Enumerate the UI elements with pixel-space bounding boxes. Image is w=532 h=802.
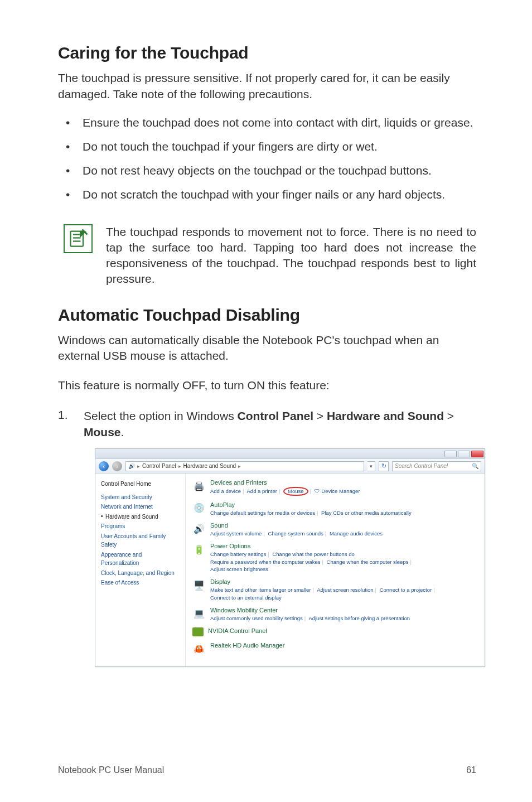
link-add-printer[interactable]: Add a printer [247, 488, 277, 494]
chevron-right-icon: ▸ [137, 463, 140, 469]
speaker-icon: 🔊 [192, 522, 206, 535]
page-number: 61 [466, 765, 476, 775]
category-title[interactable]: Devices and Printers [210, 479, 478, 486]
step-bold: Hardware and Sound [327, 409, 444, 422]
close-button[interactable] [471, 451, 483, 457]
sidebar-item[interactable]: Appearance and Personalization [101, 550, 180, 568]
laptop-icon: 💻 [192, 607, 206, 620]
link[interactable]: Adjust commonly used mobility settings [210, 615, 303, 621]
window-titlebar[interactable] [95, 449, 485, 459]
link[interactable]: Change when the computer sleeps [327, 559, 409, 565]
step-sep: > [313, 409, 327, 422]
category-title[interactable]: Realtek HD Audio Manager [210, 642, 478, 649]
category-mobility: 💻 Windows Mobility Center Adjust commonl… [192, 607, 478, 622]
page-footer: Notebook PC User Manual 61 [58, 765, 476, 775]
chevron-right-icon: ▸ [178, 463, 181, 469]
note-icon [64, 224, 93, 253]
link-add-device[interactable]: Add a device [210, 488, 241, 494]
sidebar-item[interactable]: System and Security [101, 492, 180, 503]
auto-disable-p2: This feature is normally OFF, to turn ON… [58, 378, 476, 394]
bullet-item: Do not rest heavy objects on the touchpa… [58, 163, 476, 179]
search-placeholder: Search Control Panel [395, 463, 448, 469]
sidebar-item[interactable]: Programs [101, 521, 180, 532]
heading-auto-disable: Automatic Touchpad Disabling [58, 306, 476, 325]
sidebar: Control Panel Home System and Security N… [95, 474, 186, 666]
auto-disable-p1: Windows can automatically disable the No… [58, 332, 476, 365]
bullet-item: Do not touch the touchpad if your finger… [58, 139, 476, 155]
note-box: The touchpad responds to movement not to… [64, 224, 476, 287]
step-sep: > [444, 409, 454, 422]
page: Caring for the Touchpad The touchpad is … [0, 0, 532, 802]
battery-icon: 🔋 [192, 543, 206, 556]
category-links: Change default settings for media or dev… [210, 509, 478, 516]
category-nvidia: NVIDIA Control Panel [192, 627, 478, 636]
minimize-button[interactable] [444, 451, 457, 457]
category-title[interactable]: NVIDIA Control Panel [208, 627, 478, 634]
link[interactable]: Change battery settings [210, 551, 266, 557]
link-mouse-highlighted[interactable]: Mouse [283, 487, 308, 495]
bullet-item: Do not scratch the touchpad with your fi… [58, 187, 476, 203]
link[interactable]: Adjust system volume [210, 530, 262, 537]
category-realtek: 🦀 Realtek HD Audio Manager [192, 642, 478, 655]
hardware-icon: 🔊 [128, 463, 135, 469]
category-power: 🔋 Power Options Change battery settings|… [192, 543, 478, 573]
heading-caring: Caring for the Touchpad [58, 44, 476, 62]
category-display: 🖥️ Display Make text and other items lar… [192, 578, 478, 601]
link[interactable]: Change what the power buttons do [272, 551, 354, 557]
chevron-right-icon: ▸ [238, 463, 241, 469]
link[interactable]: Make text and other items larger or smal… [210, 587, 311, 593]
step-bold: Mouse [84, 426, 121, 438]
sidebar-item-current[interactable]: Hardware and Sound [101, 512, 180, 522]
category-links: Adjust commonly used mobility settings| … [210, 615, 478, 622]
breadcrumb[interactable]: Hardware and Sound [183, 463, 236, 469]
step-1: 1. Select the option in Windows Control … [58, 408, 476, 441]
search-input[interactable]: Search Control Panel 🔍 [392, 461, 481, 471]
maximize-button[interactable] [458, 451, 470, 457]
monitor-icon: 🖥️ [192, 578, 206, 592]
nvidia-icon [192, 627, 204, 636]
category-title[interactable]: Power Options [210, 543, 478, 549]
link[interactable]: Change system sounds [268, 530, 323, 537]
address-dropdown[interactable]: ▾ [367, 461, 375, 471]
category-title[interactable]: Windows Mobility Center [210, 607, 478, 613]
link[interactable]: Connect to an external display [210, 595, 282, 601]
category-links: Make text and other items larger or smal… [210, 586, 478, 601]
category-sound: 🔊 Sound Adjust system volume| Change sys… [192, 522, 478, 537]
nav-forward-button[interactable]: › [112, 461, 122, 471]
address-box[interactable]: 🔊 ▸ Control Panel ▸ Hardware and Sound ▸ [125, 461, 364, 471]
sidebar-item[interactable]: Network and Internet [101, 502, 180, 512]
step-number: 1. [58, 408, 70, 441]
control-panel-body: Control Panel Home System and Security N… [95, 474, 485, 666]
link[interactable]: Manage audio devices [330, 530, 383, 537]
realtek-icon: 🦀 [192, 642, 206, 655]
bullet-list: Ensure the touchpad does not come into c… [58, 115, 476, 211]
step-text: Select the option in Windows [84, 409, 237, 422]
category-title[interactable]: Sound [210, 522, 478, 529]
link[interactable]: Require a password when the computer wak… [210, 559, 321, 565]
intro-caring: The touchpad is pressure sensitive. If n… [58, 70, 476, 103]
sidebar-item[interactable]: Ease of Access [101, 578, 180, 588]
nav-back-button[interactable]: ‹ [99, 461, 109, 471]
link[interactable]: Adjust screen resolution [317, 587, 373, 593]
refresh-button[interactable]: ↻ [379, 461, 389, 471]
link[interactable]: Connect to a projector [380, 587, 432, 593]
breadcrumb[interactable]: Control Panel [142, 463, 176, 469]
sidebar-item[interactable]: User Accounts and Family Safety [101, 532, 180, 550]
category-title[interactable]: Display [210, 578, 478, 585]
link-device-manager[interactable]: Device Manager [321, 488, 360, 494]
link[interactable]: Change default settings for media or dev… [210, 510, 315, 516]
sidebar-item[interactable]: Clock, Language, and Region [101, 568, 180, 578]
main-panel: 🖨️ Devices and Printers Add a device| Ad… [186, 474, 485, 666]
sidebar-home[interactable]: Control Panel Home [101, 479, 180, 489]
note-text: The touchpad responds to movement not to… [106, 224, 476, 287]
category-title[interactable]: AutoPlay [210, 501, 478, 508]
category-links: Change battery settings| Change what the… [210, 550, 478, 573]
shield-icon: 🛡 [315, 488, 320, 494]
step-bold: Control Panel [237, 409, 313, 422]
link[interactable]: Play CDs or other media automatically [321, 510, 412, 516]
link[interactable]: Adjust settings before giving a presenta… [308, 615, 410, 621]
link[interactable]: Adjust screen brightness [210, 566, 268, 572]
control-panel-window: ‹ › 🔊 ▸ Control Panel ▸ Hardware and Sou… [95, 448, 485, 667]
category-autoplay: 💿 AutoPlay Change default settings for m… [192, 501, 478, 516]
footer-title: Notebook PC User Manual [58, 765, 164, 775]
